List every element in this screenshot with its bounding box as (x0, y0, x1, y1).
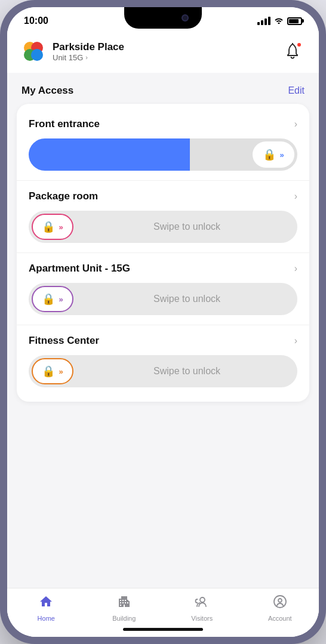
access-item-front-entrance: Front entrance › 🔒 » (17, 109, 309, 180)
lock-icon-orange: 🔒 (42, 365, 55, 378)
section-header: My Access Edit (17, 82, 309, 104)
package-room-lock-btn[interactable]: 🔒 » (32, 214, 73, 240)
svg-point-6 (274, 596, 286, 608)
app-logo (21, 39, 45, 63)
front-entrance-header[interactable]: Front entrance › (29, 118, 297, 130)
building-icon (117, 594, 131, 612)
wifi-icon (274, 16, 284, 26)
notch (124, 7, 202, 29)
tab-home-label: Home (38, 615, 55, 622)
tab-account[interactable]: Account (259, 594, 301, 622)
arrows-purple: » (59, 295, 63, 304)
fitness-center-swipe[interactable]: 🔒 » Swipe to unlock (29, 355, 297, 387)
apartment-unit-chevron: › (294, 263, 297, 274)
visitors-icon (195, 594, 209, 612)
main-scroll[interactable]: My Access Edit Front entrance › 🔒 (7, 73, 319, 588)
package-room-chevron: › (294, 191, 297, 202)
tab-home[interactable]: Home (25, 594, 67, 622)
apartment-unit-title: Apartment Unit - 15G (29, 263, 130, 275)
app-content: Parkside Place Unit 15G › (7, 30, 319, 637)
fitness-center-title: Fitness Center (29, 335, 99, 347)
edit-button[interactable]: Edit (288, 85, 305, 96)
battery-icon (287, 17, 302, 25)
tab-account-label: Account (268, 615, 292, 622)
notification-dot (296, 42, 302, 48)
unit-chevron: › (85, 54, 88, 61)
fitness-center-header[interactable]: Fitness Center › (29, 335, 297, 347)
fitness-center-chevron: › (294, 335, 297, 346)
arrows-orange: » (59, 367, 63, 376)
home-indicator (7, 624, 319, 637)
header-left: Parkside Place Unit 15G › (21, 39, 124, 63)
front-entrance-chevron: › (294, 119, 297, 130)
front-entrance-title: Front entrance (29, 118, 100, 130)
fitness-center-lock-btn[interactable]: 🔒 » (32, 358, 73, 384)
signal-icon (257, 17, 270, 25)
section-title: My Access (21, 85, 73, 97)
arrows-pink: » (59, 223, 63, 232)
access-item-apartment-unit: Apartment Unit - 15G › 🔒 » Swipe to unlo… (17, 252, 309, 325)
camera (182, 14, 189, 21)
apartment-unit-swipe[interactable]: 🔒 » Swipe to unlock (29, 283, 297, 315)
lock-icon-purple: 🔒 (42, 292, 55, 306)
tab-visitors-label: Visitors (191, 615, 213, 622)
tab-visitors[interactable]: Visitors (181, 594, 223, 622)
package-room-header[interactable]: Package room › (29, 190, 297, 202)
svg-point-7 (278, 599, 282, 602)
access-item-fitness-center: Fitness Center › 🔒 » Swipe to unlock (17, 325, 309, 397)
lock-icon-blue: 🔒 (263, 148, 276, 161)
app-header: Parkside Place Unit 15G › (7, 30, 319, 73)
lock-icon-pink: 🔒 (42, 220, 55, 233)
access-card: Front entrance › 🔒 » Pa (17, 104, 309, 402)
tab-bar: Home Building Visitors (7, 588, 319, 624)
phone-frame: 10:00 (0, 0, 326, 644)
front-entrance-swipe[interactable]: 🔒 » (29, 138, 297, 171)
tab-building[interactable]: Building (103, 594, 145, 622)
status-time: 10:00 (24, 16, 48, 26)
home-icon (39, 594, 53, 612)
apartment-unit-header[interactable]: Apartment Unit - 15G › (29, 263, 297, 275)
phone-screen: 10:00 (7, 7, 319, 637)
header-text: Parkside Place Unit 15G › (53, 41, 124, 62)
status-icons (257, 16, 302, 26)
unit-label[interactable]: Unit 15G › (53, 53, 124, 62)
svg-point-5 (200, 597, 205, 602)
arrows-blue: » (279, 150, 284, 159)
svg-point-3 (31, 49, 43, 61)
access-item-package-room: Package room › 🔒 » Swipe to unlock (17, 180, 309, 252)
front-entrance-lock-btn[interactable]: 🔒 » (253, 141, 294, 168)
tab-building-label: Building (112, 615, 136, 622)
account-icon (273, 594, 287, 612)
package-room-swipe[interactable]: 🔒 » Swipe to unlock (29, 211, 297, 243)
package-room-title: Package room (29, 190, 98, 202)
apartment-unit-lock-btn[interactable]: 🔒 » (32, 286, 73, 312)
home-bar (123, 628, 203, 631)
notification-button[interactable] (281, 39, 305, 63)
property-name: Parkside Place (53, 41, 124, 53)
